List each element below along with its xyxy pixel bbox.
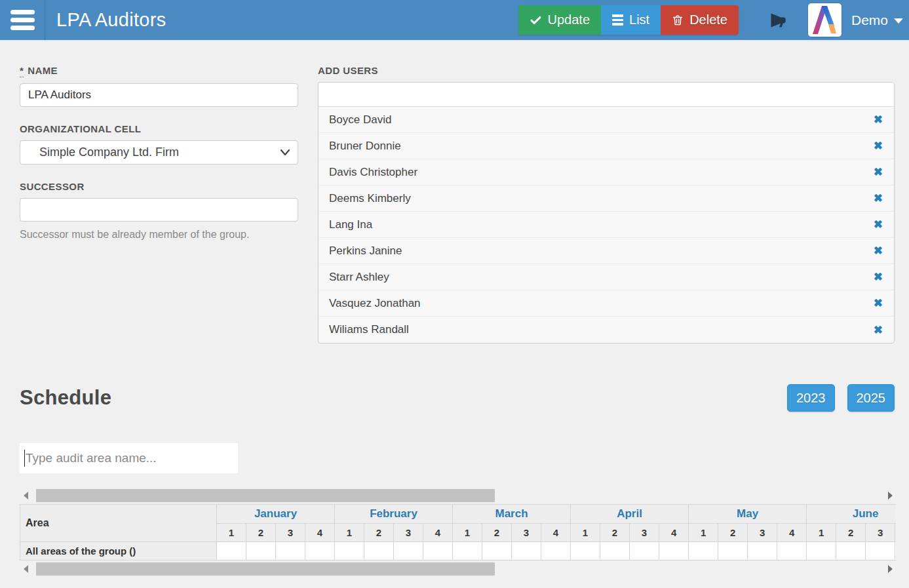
user-menu-demo[interactable]: Demo [851,12,903,28]
hamburger-menu-icon[interactable] [0,0,45,41]
schedule-cell[interactable] [777,542,807,560]
successor-input[interactable] [20,198,298,222]
schedule-table-zone: Area JanuaryFebruaryMarchAprilMayJune 12… [20,489,896,576]
schedule-cell[interactable] [718,542,748,560]
chevron-down-icon [894,18,903,24]
schedule-cell[interactable] [423,542,453,560]
schedule-cell[interactable] [394,542,423,560]
remove-user-icon[interactable]: ✖ [874,271,883,283]
week-header: 3 [276,524,305,542]
schedule-cell[interactable] [659,542,689,560]
left-column: * NAME ORGANIZATIONAL CELL Simple Compan… [20,65,298,343]
week-header: 4 [895,524,896,542]
week-header: 1 [807,524,836,542]
schedule-cell[interactable] [246,542,276,560]
schedule-cell[interactable] [453,542,482,560]
app-logo[interactable] [807,3,842,37]
schedule-cell[interactable] [541,542,571,560]
year-button-2025[interactable]: 2025 [847,384,895,412]
name-label: * NAME [20,65,298,77]
check-icon [530,14,542,26]
list-item-user: Wiliams Randall✖ [319,317,894,343]
text-caret [24,450,25,467]
schedule-cell[interactable] [689,542,718,560]
audit-area-filter-input[interactable] [20,443,238,473]
member-name: Starr Ashley [329,271,389,284]
remove-user-icon[interactable]: ✖ [874,298,883,309]
select-chevron-icon [280,149,290,157]
schedule-cell[interactable] [305,542,335,560]
announcements-megaphone-icon[interactable] [769,11,787,29]
month-header-june: June [807,505,896,524]
name-label-text: NAME [28,65,58,76]
schedule-cell[interactable] [276,542,305,560]
remove-user-icon[interactable]: ✖ [874,114,883,125]
schedule-table-body: All areas of the group () [20,542,897,560]
schedule-cell[interactable] [748,542,777,560]
schedule-cell[interactable] [836,542,866,560]
organizational-cell-select[interactable]: Simple Company Ltd. Firm [20,140,298,165]
schedule-cell[interactable] [364,542,394,560]
delete-button[interactable]: Delete [661,5,739,35]
scroll-track[interactable] [31,562,884,576]
name-input[interactable] [20,83,298,107]
scroll-left-arrow[interactable] [20,562,31,576]
schedule-cell[interactable] [866,542,895,560]
successor-hint: Successor must be already member of the … [20,229,298,241]
schedule-cell[interactable] [217,542,246,560]
schedule-cell[interactable] [600,542,630,560]
year-button-2023[interactable]: 2023 [787,384,835,412]
successor-label: SUCCESSOR [20,181,298,192]
scroll-right-arrow[interactable] [884,562,896,576]
list-item-user: Starr Ashley✖ [319,264,894,290]
week-header: 4 [305,524,335,542]
delete-button-label: Delete [689,12,727,28]
remove-user-icon[interactable]: ✖ [874,140,883,151]
year-buttons: 20232025 [787,384,895,412]
month-header-may: May [689,505,807,524]
audit-area-filter-wrap [20,443,238,473]
schedule-heading: Schedule [20,386,111,410]
schedule-cell[interactable] [482,542,512,560]
remove-user-icon[interactable]: ✖ [874,324,883,336]
horizontal-scrollbar-bottom[interactable] [20,562,896,576]
member-name: Bruner Donnie [329,140,401,153]
list-button[interactable]: List [601,5,661,35]
remove-user-icon[interactable]: ✖ [874,193,883,204]
schedule-cell[interactable] [630,542,659,560]
list-item-user: Lang Ina✖ [319,212,894,238]
scroll-thumb[interactable] [36,489,495,502]
add-users-input[interactable] [319,83,894,107]
schedule-header: Schedule 20232025 [0,384,909,412]
week-header: 2 [364,524,394,542]
week-header: 3 [630,524,659,542]
week-header: 2 [836,524,866,542]
remove-user-icon[interactable]: ✖ [874,167,883,178]
schedule-cell[interactable] [571,542,600,560]
schedule-cell[interactable] [512,542,541,560]
week-header: 2 [718,524,748,542]
scroll-right-arrow[interactable] [884,489,896,502]
list-item-user: Davis Christopher✖ [319,159,894,186]
scroll-left-arrow[interactable] [20,489,31,502]
list-item-user: Perkins Janine✖ [319,238,894,264]
organizational-cell-field-group: ORGANIZATIONAL CELL Simple Company Ltd. … [20,123,298,165]
header-action-buttons: Update List Delete [518,5,739,35]
schedule-cell[interactable] [895,542,896,560]
scroll-thumb[interactable] [36,562,495,576]
week-header: 4 [777,524,807,542]
update-button[interactable]: Update [518,5,602,35]
member-name: Vasquez Jonathan [329,297,421,310]
horizontal-scrollbar-top[interactable] [20,489,896,502]
week-header: 4 [541,524,571,542]
user-menu-label: Demo [851,12,888,28]
scroll-track[interactable] [31,489,884,502]
group-form: * NAME ORGANIZATIONAL CELL Simple Compan… [0,41,909,343]
remove-user-icon[interactable]: ✖ [874,245,883,256]
list-item-user: Boyce David✖ [319,107,894,133]
schedule-cell[interactable] [335,542,364,560]
right-column: ADD USERS Boyce David✖Bruner Donnie✖Davi… [318,65,895,343]
remove-user-icon[interactable]: ✖ [874,219,883,230]
week-header: 3 [512,524,541,542]
schedule-cell[interactable] [807,542,836,560]
